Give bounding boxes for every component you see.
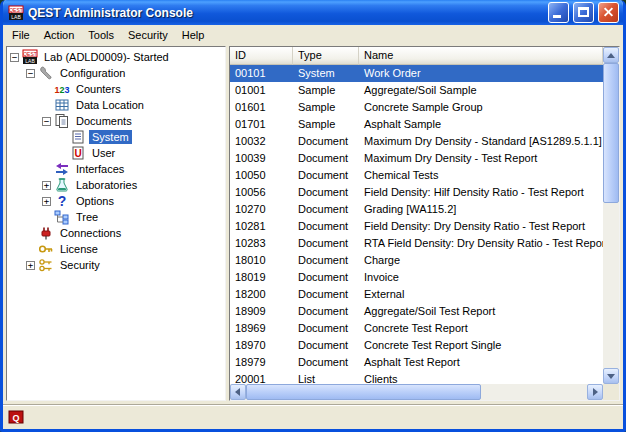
svg-text:QEST: QEST: [23, 51, 37, 57]
menu-action[interactable]: Action: [37, 27, 82, 43]
tree-item-security[interactable]: +Security: [7, 257, 225, 273]
row-id: 01001: [230, 82, 293, 99]
menu-bar: FileActionToolsSecurityHelp: [3, 25, 623, 45]
table-row[interactable]: 10270DocumentGrading [WA115.2]: [230, 201, 603, 218]
scroll-right-button[interactable]: [587, 384, 603, 400]
table-row[interactable]: 10056DocumentField Density: Hilf Density…: [230, 184, 603, 201]
row-id: 18010: [230, 252, 293, 269]
table-row[interactable]: 18010DocumentCharge: [230, 252, 603, 269]
tree-item-options[interactable]: +?Options: [7, 193, 225, 209]
status-qest-icon: Q: [8, 409, 24, 425]
row-type: Document: [293, 184, 359, 201]
close-button[interactable]: [598, 2, 619, 23]
tree-item-label: Configuration: [57, 66, 128, 80]
tree-expander[interactable]: −: [26, 69, 35, 78]
row-name: Asphalt Test Report: [359, 354, 603, 371]
table-row[interactable]: 18909DocumentAggregate/Soil Test Report: [230, 303, 603, 320]
tree-expander[interactable]: +: [42, 181, 51, 190]
menu-file[interactable]: File: [5, 27, 37, 43]
tree-item-connections[interactable]: Connections: [7, 225, 225, 241]
row-name: Concrete Test Report Single: [359, 337, 603, 354]
svg-text:Q: Q: [12, 413, 19, 423]
row-name: Maximum Dry Density - Standard [AS1289.5…: [359, 133, 603, 150]
tree-panel: −QESTLABLab (ADLD0009)- Started−Configur…: [6, 46, 226, 401]
vertical-scrollbar[interactable]: [603, 47, 619, 384]
svg-text:3: 3: [65, 85, 70, 95]
table-row[interactable]: 10032DocumentMaximum Dry Density - Stand…: [230, 133, 603, 150]
svg-text:?: ?: [58, 193, 67, 209]
tree-item-license[interactable]: License: [7, 241, 225, 257]
table-row[interactable]: 18979DocumentAsphalt Test Report: [230, 354, 603, 371]
table-row[interactable]: 10281DocumentField Density: Dry Density …: [230, 218, 603, 235]
row-name: Maximum Dry Density - Test Report: [359, 150, 603, 167]
tree-item-user[interactable]: UUser: [7, 145, 225, 161]
interfaces-icon: [54, 161, 70, 177]
row-name: Clients: [359, 371, 603, 384]
menu-tools[interactable]: Tools: [81, 27, 121, 43]
tree-item-configuration[interactable]: −Configuration: [7, 65, 225, 81]
scroll-left-button[interactable]: [230, 384, 246, 400]
tree-item-interfaces[interactable]: Interfaces: [7, 161, 225, 177]
menu-help[interactable]: Help: [175, 27, 212, 43]
row-id: 10050: [230, 167, 293, 184]
status-bar: Q: [3, 404, 623, 429]
row-type: Document: [293, 252, 359, 269]
minimize-button[interactable]: [548, 2, 569, 23]
column-header-id[interactable]: ID: [230, 47, 293, 65]
connections-icon: [38, 225, 54, 241]
counters-icon: 123: [54, 81, 70, 97]
title-bar[interactable]: QESTLAB QEST Administrator Console: [3, 0, 623, 25]
tree-expander[interactable]: −: [10, 53, 19, 62]
tree-item-tree[interactable]: Tree: [7, 209, 225, 225]
table-row[interactable]: 01001SampleAggregate/Soil Sample: [230, 82, 603, 99]
row-type: List: [293, 371, 359, 384]
scroll-up-button[interactable]: [603, 47, 619, 63]
tree-icon: [54, 209, 70, 225]
column-header-type[interactable]: Type: [293, 47, 359, 65]
svg-text:U: U: [74, 148, 81, 159]
horizontal-scrollbar[interactable]: [230, 384, 603, 400]
row-name: Work Order: [359, 65, 603, 82]
table-row[interactable]: 10039DocumentMaximum Dry Density - Test …: [230, 150, 603, 167]
row-id: 18200: [230, 286, 293, 303]
laboratories-icon: [54, 177, 70, 193]
window-title: QEST Administrator Console: [28, 6, 544, 20]
tree-item-system[interactable]: System: [7, 129, 225, 145]
row-type: Document: [293, 167, 359, 184]
table-row[interactable]: 01601SampleConcrete Sample Group: [230, 99, 603, 116]
vertical-scroll-thumb[interactable]: [603, 63, 619, 203]
maximize-button[interactable]: [573, 2, 594, 23]
table-row[interactable]: 18969DocumentConcrete Test Report: [230, 320, 603, 337]
qest-lab-icon: QESTLAB: [22, 49, 38, 65]
tree-expander[interactable]: +: [42, 197, 51, 206]
tree-item-counters[interactable]: 123Counters: [7, 81, 225, 97]
table-row[interactable]: 10283DocumentRTA Field Density: Dry Dens…: [230, 235, 603, 252]
tree-item-documents[interactable]: −Documents: [7, 113, 225, 129]
tree-expander[interactable]: +: [26, 261, 35, 270]
tree-item-label: Documents: [73, 114, 135, 128]
tree-expander[interactable]: −: [42, 117, 51, 126]
documents-icon: [54, 113, 70, 129]
scroll-down-button[interactable]: [603, 368, 619, 384]
table-row[interactable]: 20001ListClients: [230, 371, 603, 384]
menu-security[interactable]: Security: [121, 27, 175, 43]
tree-item-label: Laboratories: [73, 178, 140, 192]
tree-item-label: System: [89, 130, 132, 144]
row-id: 18969: [230, 320, 293, 337]
table-row[interactable]: 18019DocumentInvoice: [230, 269, 603, 286]
tree-item-data-location[interactable]: Data Location: [7, 97, 225, 113]
list-body: 00101SystemWork Order01001SampleAggregat…: [230, 65, 603, 384]
tree-item-lab-adld0009-started[interactable]: −QESTLABLab (ADLD0009)- Started: [7, 49, 225, 65]
table-row[interactable]: 18200DocumentExternal: [230, 286, 603, 303]
table-row[interactable]: 18970DocumentConcrete Test Report Single: [230, 337, 603, 354]
table-row[interactable]: 01701SampleAsphalt Sample: [230, 116, 603, 133]
tree-item-laboratories[interactable]: +Laboratories: [7, 177, 225, 193]
column-header-name[interactable]: Name: [359, 47, 603, 65]
table-row[interactable]: 10050DocumentChemical Tests: [230, 167, 603, 184]
row-type: Document: [293, 150, 359, 167]
svg-text:QEST: QEST: [9, 7, 23, 13]
table-row[interactable]: 00101SystemWork Order: [230, 65, 603, 82]
app-window: QESTLAB QEST Administrator Console FileA…: [0, 0, 626, 432]
row-type: Document: [293, 218, 359, 235]
horizontal-scroll-thumb[interactable]: [246, 384, 481, 400]
